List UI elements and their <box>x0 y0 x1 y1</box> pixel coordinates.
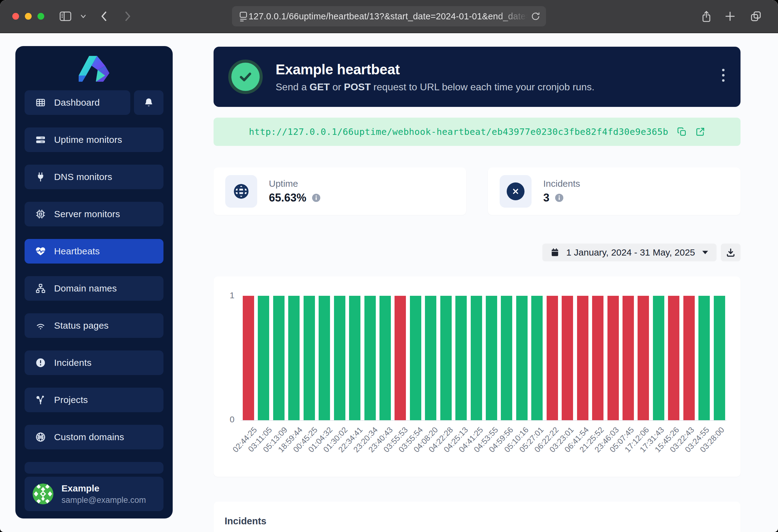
chart-bar[interactable] <box>425 296 436 420</box>
heartbeat-header-card: Example heartbeat Send a GET or POST req… <box>214 47 741 107</box>
heart-pulse-icon <box>35 246 46 257</box>
chart-bar[interactable] <box>531 296 543 420</box>
chart-bar[interactable] <box>319 296 330 420</box>
sidebar-item-domain-names[interactable]: Domain names <box>24 276 163 301</box>
incidents-section-title: Incidents <box>214 502 741 527</box>
account-email: sample@example.com <box>62 496 146 505</box>
grid-icon <box>35 97 46 108</box>
chart-bar[interactable] <box>273 296 285 420</box>
chart-bar[interactable] <box>334 296 345 420</box>
globe-icon <box>35 432 46 442</box>
webhook-url-box: http://127.0.0.1/66uptime/webhook-heartb… <box>214 118 741 146</box>
calendar-icon <box>550 248 559 257</box>
sidebar-item-label: Custom domains <box>54 432 124 442</box>
chart-bar[interactable] <box>349 296 361 420</box>
chart-bar[interactable] <box>365 296 376 420</box>
chart-bar[interactable] <box>516 296 528 420</box>
sidebar-item-label: Domain names <box>54 283 117 294</box>
chart-bar[interactable] <box>653 296 664 420</box>
status-up-badge <box>228 60 263 94</box>
sidebar-item-label: DNS monitors <box>54 172 112 182</box>
exclamation-circle-icon <box>35 358 46 368</box>
minimize-window-button[interactable] <box>25 13 32 20</box>
tab-overview-icon[interactable] <box>750 10 762 22</box>
date-range-label: 1 January, 2024 - 31 May, 2025 <box>566 247 695 258</box>
chart-bar[interactable] <box>623 296 634 420</box>
chart-bar[interactable] <box>698 296 710 420</box>
chart-bar[interactable] <box>380 296 391 420</box>
sidebar-item-label: Dashboard <box>54 97 100 108</box>
avatar <box>32 483 54 504</box>
chart-bar[interactable] <box>562 296 573 420</box>
sidebar-item-incidents[interactable]: Incidents <box>24 350 163 375</box>
sidebar-item-uptime-monitors[interactable]: Uptime monitors <box>24 127 163 152</box>
chart-bar[interactable] <box>395 296 406 420</box>
page-subtitle: Send a GET or POST request to URL below … <box>276 81 595 93</box>
webhook-url[interactable]: http://127.0.0.1/66uptime/webhook-heartb… <box>249 126 668 137</box>
info-icon[interactable] <box>554 193 564 203</box>
chart-bar[interactable] <box>455 296 467 420</box>
sidebar-item-server-monitors[interactable]: Server monitors <box>24 202 163 227</box>
heartbeat-chart-card: 1 0 02:44:2503:11:0505:13:0918:59:4400:4… <box>214 276 741 477</box>
chart-bar[interactable] <box>638 296 649 420</box>
sidebar: Dashboard Uptime mo <box>15 46 173 519</box>
chevron-down-icon[interactable] <box>79 13 87 20</box>
chart-bar[interactable] <box>608 296 619 420</box>
chart-controls: 1 January, 2024 - 31 May, 2025 <box>214 244 741 261</box>
plug-icon <box>35 172 46 182</box>
chart-bar[interactable] <box>547 296 558 420</box>
forward-button[interactable] <box>122 10 133 22</box>
chart-bar[interactable] <box>577 296 589 420</box>
zoom-window-button[interactable] <box>37 13 44 20</box>
download-icon <box>726 248 735 257</box>
close-window-button[interactable] <box>12 13 19 20</box>
incidents-stat-card: Incidents 3 <box>488 167 741 215</box>
kebab-menu-icon[interactable] <box>722 69 724 82</box>
sidebar-item-projects[interactable]: Projects <box>24 388 163 412</box>
stat-label: Incidents <box>543 178 580 189</box>
sidebar-item-status-pages[interactable]: Status pages <box>24 313 163 338</box>
sidebar-item-heartbeats[interactable]: Heartbeats <box>24 239 163 264</box>
sidebar-item-dashboard[interactable]: Dashboard <box>24 90 130 115</box>
chart-plot <box>243 296 725 420</box>
back-button[interactable] <box>99 10 109 22</box>
sidebar-item-custom-domains[interactable]: Custom domains <box>24 425 163 449</box>
notifications-button[interactable] <box>134 90 163 115</box>
uptime-stat-card: Uptime 65.63% <box>214 167 466 215</box>
caret-down-icon <box>702 250 709 255</box>
stat-label: Uptime <box>269 178 321 189</box>
browser-window: 127.0.0.1/66uptime/heartbeat/13?&start_d… <box>0 0 778 532</box>
chart-bar[interactable] <box>714 296 725 420</box>
chart-bar[interactable] <box>304 296 315 420</box>
chart-bar[interactable] <box>683 296 695 420</box>
download-chart-button[interactable] <box>721 244 741 261</box>
chart-bar[interactable] <box>501 296 512 420</box>
chart-xlabels: 02:44:2503:11:0505:13:0918:59:4400:45:25… <box>243 425 725 471</box>
date-range-picker[interactable]: 1 January, 2024 - 31 May, 2025 <box>542 244 716 261</box>
sidebar-item-label: Uptime monitors <box>54 135 122 145</box>
partial-nav-item <box>24 462 163 474</box>
info-icon[interactable] <box>311 193 321 203</box>
chart-bar[interactable] <box>471 296 482 420</box>
chart-bar[interactable] <box>486 296 497 420</box>
chart-bar[interactable] <box>410 296 421 420</box>
app-logo <box>15 46 173 90</box>
copy-icon[interactable] <box>677 127 687 137</box>
screenshot-root: 127.0.0.1/66uptime/heartbeat/13?&start_d… <box>0 0 778 532</box>
sidebar-item-label: Projects <box>54 395 88 405</box>
x-axis-line <box>241 420 726 421</box>
globe-icon <box>225 175 257 208</box>
chart-bar[interactable] <box>288 296 300 420</box>
chart-bar[interactable] <box>440 296 452 420</box>
account-menu[interactable]: Example sample@example.com <box>24 477 163 511</box>
chip-icon <box>35 209 46 219</box>
sidebar-toggle-icon[interactable] <box>59 10 72 22</box>
chart-bar[interactable] <box>592 296 604 420</box>
sitemap-icon <box>35 283 46 294</box>
chart-bar[interactable] <box>258 296 269 420</box>
account-name: Example <box>62 483 146 494</box>
chart-bar[interactable] <box>668 296 679 420</box>
sidebar-item-dns-monitors[interactable]: DNS monitors <box>24 165 163 189</box>
external-link-icon[interactable] <box>695 127 705 137</box>
chart-bar[interactable] <box>243 296 254 420</box>
